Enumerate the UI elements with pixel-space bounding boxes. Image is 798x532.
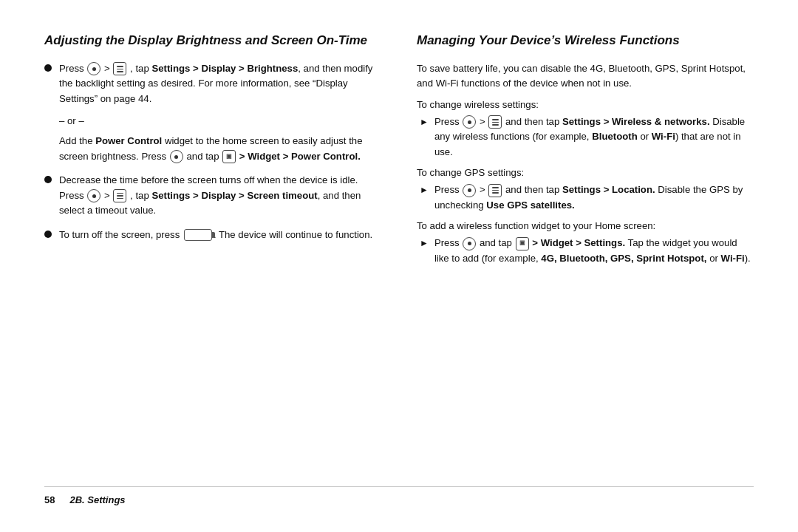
section-label-2: To change GPS settings: <box>417 167 754 178</box>
or-separator: – or – <box>59 115 381 126</box>
right-column: Managing Your Device’s Wireless Function… <box>417 33 754 480</box>
bullet-dot-1 <box>44 64 52 72</box>
home-icon-6 <box>463 237 476 250</box>
right-title: Managing Your Device’s Wireless Function… <box>417 33 754 50</box>
section-label-1: To change wireless settings: <box>417 99 754 110</box>
menu-icon-2 <box>113 189 126 202</box>
page-number: 58 <box>44 494 55 505</box>
footer-section: 2B. Settings <box>69 494 125 505</box>
home-icon-2 <box>170 150 183 163</box>
arrow-item-1: ► Press > and then tap Settings > Wirele… <box>420 115 754 160</box>
home-icon-3 <box>87 189 100 202</box>
bullet-item-2: Decrease the time before the screen turn… <box>44 173 381 218</box>
bullet-text-2: Decrease the time before the screen turn… <box>59 173 381 218</box>
bullet-item-3: To turn off the screen, press . The devi… <box>44 228 381 242</box>
arrow-text-3: Press and tap ▣ > Widget > Settings. Tap… <box>434 236 754 266</box>
arrow-icon-1: ► <box>420 117 429 127</box>
menu-icon-1 <box>113 62 126 75</box>
power-icon <box>184 229 212 241</box>
home-icon-4 <box>463 115 476 129</box>
section-label-3: To add a wireless function widget to you… <box>417 220 754 231</box>
menu-icon-3 <box>488 115 502 129</box>
arrow-text-2: Press > and then tap Settings > Location… <box>434 183 754 213</box>
left-column: Adjusting the Display Brightness and Scr… <box>44 33 381 480</box>
main-content: Adjusting the Display Brightness and Scr… <box>44 33 754 480</box>
home-icon-5 <box>463 184 476 197</box>
add-power-control-text: Add the Power Control widget to the home… <box>59 134 381 164</box>
menu-icon-4 <box>488 184 502 197</box>
arrow-icon-2: ► <box>420 185 429 195</box>
arrow-item-3: ► Press and tap ▣ > Widget > Settings. T… <box>420 236 754 266</box>
right-intro: To save battery life, you can disable th… <box>417 61 754 92</box>
page: Adjusting the Display Brightness and Scr… <box>0 0 798 532</box>
bullet-text-3: To turn off the screen, press . The devi… <box>59 228 381 242</box>
left-title: Adjusting the Display Brightness and Scr… <box>44 33 381 50</box>
arrow-item-2: ► Press > and then tap Settings > Locati… <box>420 183 754 213</box>
widget-icon-2: ▣ <box>516 237 529 250</box>
footer: 58 2B. Settings <box>44 486 754 505</box>
bullet-item-1: Press > , tap Settings > Display > Brigh… <box>44 61 381 106</box>
widget-icon-1: ▣ <box>222 150 236 163</box>
arrow-text-1: Press > and then tap Settings > Wireless… <box>434 115 754 160</box>
arrow-icon-3: ► <box>420 238 429 248</box>
bullet-dot-2 <box>44 176 52 183</box>
bullet-text-1: Press > , tap Settings > Display > Brigh… <box>59 61 381 106</box>
home-icon-1 <box>87 62 100 75</box>
bullet-dot-3 <box>44 231 52 238</box>
